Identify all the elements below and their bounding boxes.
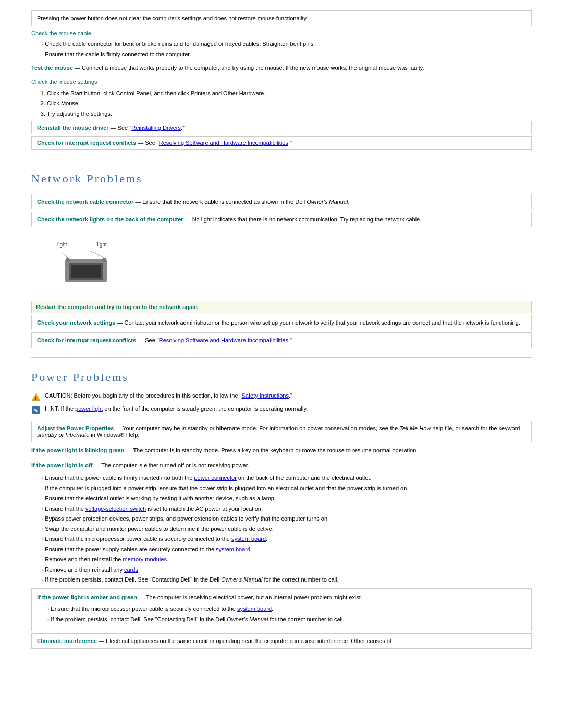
power-section: Power Problems ! CAUTION: Before you beg… (31, 371, 532, 649)
blink-green-dash: — The computer is in standby mode. Press… (124, 447, 418, 453)
system-board-link-2[interactable]: system board (216, 546, 250, 552)
connector-svg (57, 249, 120, 285)
test-mouse-paragraph: Test the mouse — Connect a mouse that wo… (31, 61, 532, 75)
power-connector-link[interactable]: power connector (194, 475, 236, 481)
adjust-power-label: Adjust the Power Properties (37, 425, 114, 431)
check-interrupt-mouse-link[interactable]: Resolving Software and Hardware Incompat… (159, 140, 288, 146)
adjust-power-end: in Windows® Help. (89, 431, 139, 438)
network-section: Network Problems Check the network cable… (31, 172, 532, 348)
check-connector-box: Check the network cable connector — Ensu… (31, 194, 532, 209)
light-off-item-7: Ensure that the microprocessor power cab… (42, 535, 532, 544)
caution-icon: ! (31, 393, 41, 401)
check-settings-item-3: Try adjusting the settings. (47, 109, 532, 118)
light-off-item-10: Remove and then reinstall any cards. (42, 565, 532, 574)
divider-1 (31, 159, 532, 159)
svg-line-6 (91, 251, 104, 258)
light-off-item-4: Ensure that the voltage-selection switch… (42, 504, 532, 513)
power-light-link[interactable]: power light (75, 405, 103, 412)
mouse-section-top: Pressing the power button does not clear… (31, 10, 532, 150)
check-cable-item-2: Ensure that the cable is firmly connecte… (42, 50, 532, 59)
reinstall-driver-end: ." (181, 125, 185, 131)
amber-green-box: If the power light is amber and green — … (31, 588, 532, 632)
amber-green-label: If the power light is amber and green (37, 594, 137, 600)
reinstall-driver-link[interactable]: Reinstalling Drivers (131, 125, 181, 131)
check-connector-end: . (348, 199, 349, 205)
hint-text: HINT: If the power light on the front of… (45, 405, 308, 412)
amber-green-list: Ensure that the microprocessor power cab… (37, 604, 526, 623)
light-off-item-1: Ensure that the power cable is firmly in… (42, 474, 532, 483)
safety-instructions-link[interactable]: Safety Instructions (242, 392, 289, 399)
amber-green-item-1: Ensure that the microprocessor power cab… (47, 604, 526, 613)
reinstall-driver-dash: — See " (109, 125, 132, 131)
adjust-power-mid: help file, or search for the keyword (431, 425, 520, 431)
power-button-note: Pressing the power button does not clear… (37, 15, 308, 21)
light-off-para: If the power light is off — The computer… (31, 460, 532, 471)
hint-square: ✎ (31, 406, 41, 414)
tell-me-how: Tell Me How (399, 425, 431, 431)
owners-manual-2: Owner's Manual (227, 616, 268, 622)
adjust-power-box: Adjust the Power Properties — Your compu… (31, 421, 532, 442)
check-network-settings-label: Check your network settings (37, 319, 115, 326)
light-off-dash: — The computer is either turned off or i… (92, 462, 249, 468)
hint-icon: ✎ (31, 406, 41, 414)
cards-link[interactable]: cards (124, 566, 138, 573)
owners-manual-1: Owner's Manual (221, 576, 262, 583)
reinstall-driver-label: Reinstall the mouse driver (37, 125, 109, 131)
network-heading: Network Problems (31, 172, 532, 186)
light-label-right: light (97, 242, 106, 248)
caution-triangle: ! (31, 393, 41, 401)
check-interrupt-mouse-dash: — See " (136, 140, 159, 146)
check-lights-dash: — No light indicates that there is no ne… (183, 216, 422, 223)
light-off-item-8: Ensure that the power supply cables are … (42, 545, 532, 554)
svg-line-5 (62, 251, 68, 258)
check-cable-heading: Check the mouse cable (31, 30, 91, 36)
svg-point-3 (66, 258, 70, 262)
check-interrupt-mouse-end: ." (288, 140, 292, 146)
check-cable-list: Check the cable connector for bent or br… (31, 40, 532, 58)
restart-box: Restart the computer and try to log on t… (31, 301, 532, 313)
system-board-link-1[interactable]: system board (231, 536, 266, 542)
amber-green-para: If the power light is amber and green — … (37, 593, 526, 602)
test-mouse-dash: — Connect a mouse that works properly to… (73, 65, 424, 71)
light-off-item-2: If the computer is plugged into a power … (42, 484, 532, 493)
network-diagram: light light (57, 242, 120, 286)
check-settings-item-1: Click the Start button, click Control Pa… (47, 89, 532, 98)
amber-green-item-2: If the problem persists, contact Dell. S… (47, 615, 526, 624)
caution-text: CAUTION: Before you begin any of the pro… (45, 392, 292, 399)
blink-green-para: If the power light is blinking green — T… (31, 444, 532, 457)
standby-hibernate: standby or hibernate (37, 431, 89, 438)
check-interrupt-mouse-label: Check for interrupt request conflicts (37, 140, 136, 146)
check-settings-item-2: Click Mouse. (47, 99, 532, 108)
amber-green-dash: — The computer is receiving electrical p… (137, 594, 362, 600)
light-off-item-11: If the problem persists, contact Dell. S… (42, 575, 532, 584)
memory-modules-link[interactable]: memory modules (123, 556, 167, 562)
check-cable-item-1: Check the cable connector for bent or br… (42, 40, 532, 48)
check-settings-list: Click the Start button, click Control Pa… (31, 89, 532, 118)
caution-row: ! CAUTION: Before you begin any of the p… (31, 392, 532, 401)
eliminate-dash: — Electrical appliances on the same circ… (97, 638, 391, 644)
svg-text:✎: ✎ (34, 408, 38, 413)
light-off-item-5: Bypass power protection devices, power s… (42, 514, 532, 523)
check-connector-label: Check the network cable connector (37, 199, 133, 205)
light-off-item-6: Swap the computer and monitor power cabl… (42, 525, 532, 534)
check-connector-manual: Owner's Manual (307, 199, 348, 205)
check-interrupt-network-box: Check for interrupt request conflicts — … (31, 332, 532, 348)
check-settings-heading: Check the mouse settings (31, 79, 97, 85)
check-lights-label: Check the network lights on the back of … (37, 216, 183, 223)
blink-green-label: If the power light is blinking green (31, 447, 124, 453)
voltage-switch-link[interactable]: voltage-selection switch (85, 505, 146, 512)
light-off-item-9: Remove and then reinstall the memory mod… (42, 555, 532, 564)
eliminate-box: Eliminate interference — Electrical appl… (31, 633, 532, 649)
check-interrupt-network-label: Check for interrupt request conflicts (37, 337, 136, 343)
svg-rect-2 (71, 265, 101, 278)
check-interrupt-network-link[interactable]: Resolving Software and Hardware Incompat… (159, 337, 288, 343)
restart-label: Restart the computer and try to log on t… (36, 304, 198, 310)
check-network-settings-dash: — Contact your network administrator or … (115, 319, 520, 326)
network-diagram-area: light light (31, 237, 532, 291)
test-mouse-label: Test the mouse (31, 65, 73, 71)
system-board-link-3[interactable]: system board (237, 606, 272, 612)
reinstall-driver-box: Reinstall the mouse driver — See "Reinst… (31, 121, 532, 134)
light-label-left: light (57, 242, 67, 248)
divider-2 (31, 357, 532, 358)
check-network-settings-box: Check your network settings — Contact yo… (31, 315, 532, 330)
